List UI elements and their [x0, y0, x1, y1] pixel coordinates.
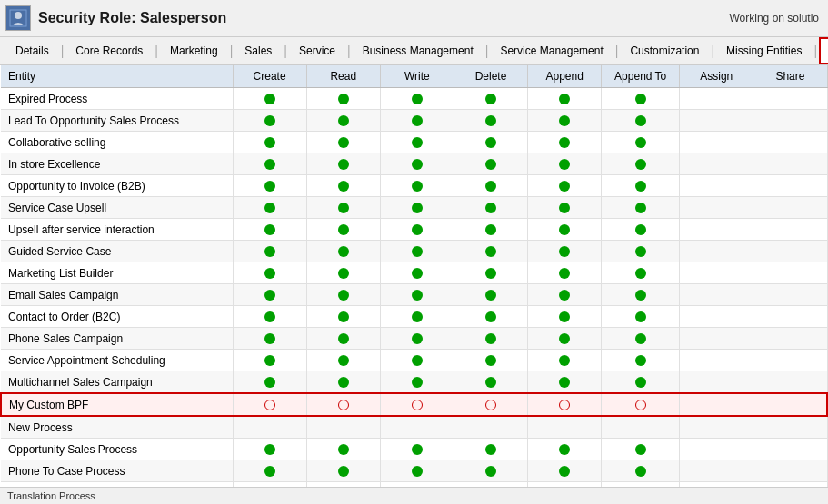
delete-cell[interactable] — [454, 88, 527, 110]
append-cell[interactable] — [528, 132, 602, 153]
appendTo-cell[interactable] — [602, 197, 680, 219]
tab-service-management[interactable]: Service Management — [490, 38, 613, 64]
delete-cell[interactable] — [454, 350, 527, 371]
tab-sales[interactable]: Sales — [234, 38, 282, 64]
delete-cell[interactable] — [454, 439, 527, 460]
share-cell[interactable] — [753, 416, 827, 439]
delete-cell[interactable] — [454, 262, 527, 284]
write-cell[interactable] — [380, 371, 454, 394]
tab-details[interactable]: Details — [5, 38, 59, 64]
write-cell[interactable] — [380, 416, 454, 439]
share-cell[interactable] — [753, 439, 827, 460]
share-cell[interactable] — [753, 393, 827, 416]
appendTo-cell[interactable] — [602, 132, 680, 153]
share-cell[interactable] — [753, 262, 827, 284]
create-cell[interactable] — [233, 219, 306, 241]
write-cell[interactable] — [380, 153, 454, 175]
append-cell[interactable] — [528, 306, 602, 328]
share-cell[interactable] — [753, 88, 827, 110]
delete-cell[interactable] — [454, 241, 527, 262]
write-cell[interactable] — [380, 284, 454, 306]
assign-cell[interactable] — [680, 132, 753, 153]
assign-cell[interactable] — [680, 241, 753, 262]
tab-customization[interactable]: Customization — [620, 38, 709, 64]
share-cell[interactable] — [753, 306, 827, 328]
read-cell[interactable] — [306, 393, 380, 416]
delete-cell[interactable] — [454, 175, 527, 197]
create-cell[interactable] — [233, 197, 306, 219]
share-cell[interactable] — [753, 371, 827, 394]
delete-cell[interactable] — [454, 460, 527, 482]
create-cell[interactable] — [233, 110, 306, 132]
delete-cell[interactable] — [454, 197, 527, 219]
appendTo-cell[interactable] — [602, 175, 680, 197]
appendTo-cell[interactable] — [602, 88, 680, 110]
append-cell[interactable] — [528, 460, 602, 482]
assign-cell[interactable] — [680, 416, 753, 439]
write-cell[interactable] — [380, 439, 454, 460]
assign-cell[interactable] — [680, 153, 753, 175]
appendTo-cell[interactable] — [602, 262, 680, 284]
create-cell[interactable] — [233, 132, 306, 153]
assign-cell[interactable] — [680, 88, 753, 110]
appendTo-cell[interactable] — [602, 219, 680, 241]
appendTo-cell[interactable] — [602, 350, 680, 371]
append-cell[interactable] — [528, 439, 602, 460]
tab-business-process-flows[interactable]: Business Process Flows — [819, 37, 828, 64]
read-cell[interactable] — [306, 197, 380, 219]
read-cell[interactable] — [306, 371, 380, 394]
appendTo-cell[interactable] — [602, 328, 680, 350]
delete-cell[interactable] — [454, 219, 527, 241]
tab-core-records[interactable]: Core Records — [65, 38, 153, 64]
assign-cell[interactable] — [680, 197, 753, 219]
write-cell[interactable] — [380, 328, 454, 350]
create-cell[interactable] — [233, 393, 306, 416]
read-cell[interactable] — [306, 241, 380, 262]
delete-cell[interactable] — [454, 306, 527, 328]
assign-cell[interactable] — [680, 175, 753, 197]
read-cell[interactable] — [306, 284, 380, 306]
share-cell[interactable] — [753, 110, 827, 132]
appendTo-cell[interactable] — [602, 416, 680, 439]
assign-cell[interactable] — [680, 262, 753, 284]
append-cell[interactable] — [528, 416, 602, 439]
write-cell[interactable] — [380, 306, 454, 328]
share-cell[interactable] — [753, 219, 827, 241]
appendTo-cell[interactable] — [602, 371, 680, 394]
read-cell[interactable] — [306, 328, 380, 350]
write-cell[interactable] — [380, 197, 454, 219]
append-cell[interactable] — [528, 241, 602, 262]
appendTo-cell[interactable] — [602, 110, 680, 132]
tab-missing-entities[interactable]: Missing Entities — [716, 38, 812, 64]
appendTo-cell[interactable] — [602, 284, 680, 306]
write-cell[interactable] — [380, 88, 454, 110]
write-cell[interactable] — [380, 393, 454, 416]
create-cell[interactable] — [233, 241, 306, 262]
assign-cell[interactable] — [680, 110, 753, 132]
appendTo-cell[interactable] — [602, 439, 680, 460]
create-cell[interactable] — [233, 88, 306, 110]
share-cell[interactable] — [753, 241, 827, 262]
assign-cell[interactable] — [680, 393, 753, 416]
append-cell[interactable] — [528, 393, 602, 416]
create-cell[interactable] — [233, 350, 306, 371]
read-cell[interactable] — [306, 306, 380, 328]
delete-cell[interactable] — [454, 416, 527, 439]
share-cell[interactable] — [753, 460, 827, 482]
create-cell[interactable] — [233, 460, 306, 482]
delete-cell[interactable] — [454, 110, 527, 132]
read-cell[interactable] — [306, 110, 380, 132]
create-cell[interactable] — [233, 416, 306, 439]
appendTo-cell[interactable] — [602, 460, 680, 482]
share-cell[interactable] — [753, 350, 827, 371]
tab-marketing[interactable]: Marketing — [160, 38, 228, 64]
tab-business-management[interactable]: Business Management — [353, 38, 484, 64]
append-cell[interactable] — [528, 328, 602, 350]
read-cell[interactable] — [306, 153, 380, 175]
assign-cell[interactable] — [680, 219, 753, 241]
create-cell[interactable] — [233, 371, 306, 394]
append-cell[interactable] — [528, 197, 602, 219]
appendTo-cell[interactable] — [602, 306, 680, 328]
create-cell[interactable] — [233, 306, 306, 328]
write-cell[interactable] — [380, 175, 454, 197]
